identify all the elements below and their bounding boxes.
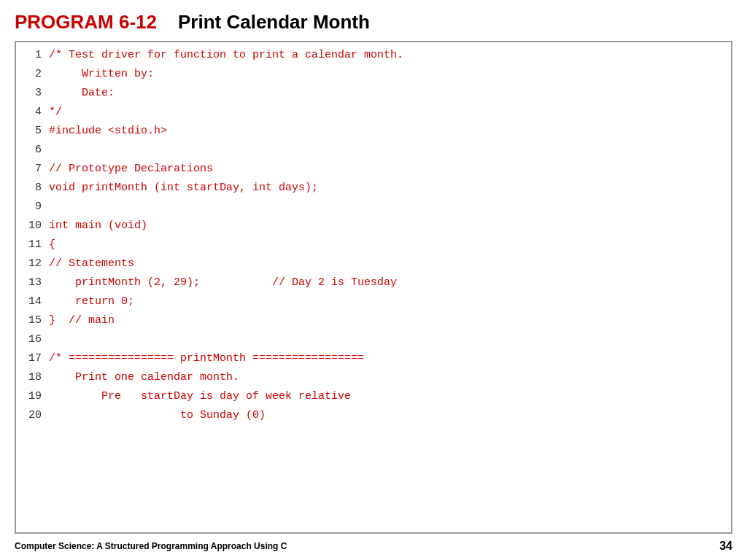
table-row: 10int main (void) <box>16 217 731 236</box>
table-row: 16 <box>16 330 731 349</box>
line-code: // Prototype Declarations <box>49 160 213 179</box>
line-number: 4 <box>16 103 49 122</box>
line-code: Date: <box>49 84 115 103</box>
line-code: Pre startDay is day of week relative <box>49 387 351 406</box>
table-row: 18 Print one calendar month. <box>16 368 731 387</box>
table-row: 3 Date: <box>16 84 731 103</box>
table-row: 12// Statements <box>16 254 731 273</box>
line-number: 13 <box>16 273 49 292</box>
line-number: 15 <box>16 311 49 330</box>
line-number: 3 <box>16 84 49 103</box>
table-row: 15} // main <box>16 311 731 330</box>
program-label: PROGRAM 6-12 <box>15 11 157 33</box>
line-number: 7 <box>16 160 49 179</box>
line-number: 8 <box>16 179 49 198</box>
table-row: 4*/ <box>16 103 731 122</box>
table-row: 17/* ================ printMonth =======… <box>16 349 731 368</box>
table-row: 2 Written by: <box>16 65 731 84</box>
line-number: 17 <box>16 349 49 368</box>
line-number: 2 <box>16 65 49 84</box>
line-number: 11 <box>16 236 49 254</box>
page-container: PROGRAM 6-12 Print Calendar Month 1/* Te… <box>0 0 747 560</box>
line-number: 6 <box>16 141 49 160</box>
line-code: { <box>49 236 55 254</box>
line-code: Written by: <box>49 65 154 84</box>
line-code: Print one calendar month. <box>49 368 239 387</box>
line-code: } // main <box>49 311 115 330</box>
line-code: // Statements <box>49 254 134 273</box>
table-row: 6 <box>16 141 731 160</box>
line-number: 14 <box>16 292 49 311</box>
line-number: 19 <box>16 387 49 406</box>
footer: Computer Science: A Structured Programmi… <box>15 534 732 553</box>
line-code: /* ================ printMonth =========… <box>49 349 364 368</box>
footer-text: Computer Science: A Structured Programmi… <box>15 541 287 551</box>
code-content: 1/* Test driver for function to print a … <box>16 42 731 429</box>
line-code: return 0; <box>49 292 134 311</box>
table-row: 1/* Test driver for function to print a … <box>16 46 731 65</box>
table-row: 5#include <stdio.h> <box>16 122 731 141</box>
table-row: 9 <box>16 198 731 217</box>
table-row: 7// Prototype Declarations <box>16 160 731 179</box>
line-number: 20 <box>16 406 49 425</box>
line-code: void printMonth (int startDay, int days)… <box>49 179 318 198</box>
line-code: int main (void) <box>49 217 147 236</box>
table-row: 19 Pre startDay is day of week relative <box>16 387 731 406</box>
table-row: 20 to Sunday (0) <box>16 406 731 425</box>
title-text: Print Calendar Month <box>178 11 370 33</box>
table-row: 14 return 0; <box>16 292 731 311</box>
table-row: 13 printMonth (2, 29); // Day 2 is Tuesd… <box>16 273 731 292</box>
line-number: 1 <box>16 46 49 65</box>
page-title: PROGRAM 6-12 Print Calendar Month <box>15 11 732 34</box>
line-number: 5 <box>16 122 49 141</box>
line-number: 10 <box>16 217 49 236</box>
table-row: 8void printMonth (int startDay, int days… <box>16 179 731 198</box>
line-number: 18 <box>16 368 49 387</box>
line-code: printMonth (2, 29); // Day 2 is Tuesday <box>49 273 397 292</box>
table-row: 11{ <box>16 236 731 254</box>
line-code: to Sunday (0) <box>49 406 266 425</box>
line-code: */ <box>49 103 62 122</box>
line-number: 12 <box>16 254 49 273</box>
line-number: 9 <box>16 198 49 217</box>
line-code: /* Test driver for function to print a c… <box>49 46 403 65</box>
line-code: #include <stdio.h> <box>49 122 167 141</box>
page-number: 34 <box>719 540 732 553</box>
code-box: 1/* Test driver for function to print a … <box>15 41 732 534</box>
line-number: 16 <box>16 330 49 349</box>
